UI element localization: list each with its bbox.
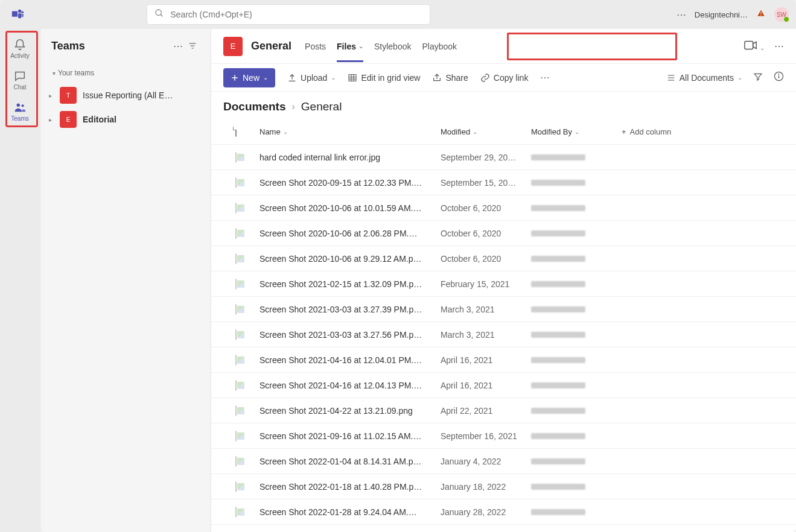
col-header-name[interactable]: Name⌄ (259, 127, 441, 136)
edit-grid-button[interactable]: Edit in grid view (348, 73, 420, 83)
breadcrumb-general: General (301, 100, 342, 113)
file-modified: October 6, 2020 (441, 229, 531, 238)
file-name[interactable]: Screen Shot 2020-10-06 at 10.01.59 AM.… (259, 203, 441, 213)
file-modified: April 16, 2021 (441, 381, 531, 390)
file-modified-by (531, 154, 622, 160)
image-file-icon (235, 481, 237, 492)
table-row[interactable]: hard coded internal link error.jpg Septe… (211, 145, 796, 170)
chevron-down-icon: ⌄ (358, 43, 363, 49)
channel-more-icon[interactable]: ⋯ (774, 40, 784, 52)
filter-icon[interactable] (185, 39, 200, 53)
svg-rect-13 (349, 74, 356, 81)
file-name[interactable]: Screen Shot 2021-02-15 at 1.32.09 PM.p… (259, 279, 441, 289)
topbar-more-icon[interactable]: ⋯ (677, 9, 686, 21)
your-teams-label[interactable]: ▾ Your teams (40, 63, 211, 83)
table-row[interactable]: Screen Shot 2022-01-04 at 8.14.31 AM.p… … (211, 449, 796, 474)
file-modified-by (531, 382, 622, 388)
meet-button[interactable]: ⌄ (744, 40, 765, 52)
svg-point-6 (21, 104, 24, 107)
org-name[interactable]: Designtechni… (695, 10, 748, 19)
breadcrumb-documents[interactable]: Documents (223, 100, 285, 113)
file-modified-by (531, 256, 622, 262)
nav-activity[interactable]: Activity (0, 33, 40, 64)
image-file-icon (235, 203, 237, 214)
table-row[interactable]: Screen Shot 2021-04-16 at 12.04.13 PM.… … (211, 373, 796, 398)
file-modified-by (531, 433, 622, 439)
file-modified: October 6, 2020 (441, 254, 531, 264)
file-name[interactable]: Screen Shot 2021-04-16 at 12.04.13 PM.… (259, 381, 441, 390)
file-name[interactable]: Screen Shot 2020-09-15 at 12.02.33 PM.… (259, 178, 441, 188)
search-input[interactable] (170, 10, 422, 19)
tab-playbook[interactable]: Playbook (422, 31, 457, 62)
nav-teams[interactable]: Teams (0, 95, 40, 127)
upload-button[interactable]: Upload ⌄ (287, 73, 336, 83)
table-row[interactable]: Screen Shot 2021-03-03 at 3.27.39 PM.p… … (211, 297, 796, 322)
breadcrumb: Documents › General (211, 92, 796, 119)
file-modified-by (531, 458, 622, 464)
file-name[interactable]: hard coded internal link error.jpg (259, 153, 441, 162)
file-type-header-icon[interactable] (235, 127, 237, 137)
team-item[interactable]: ▸ E Editorial (40, 107, 211, 131)
view-selector[interactable]: All Documents ⌄ (666, 73, 742, 83)
table-row[interactable]: Screen Shot 2020-10-06 at 9.29.12 AM.p… … (211, 246, 796, 271)
table-row[interactable]: Screen Shot 2021-03-03 at 3.27.56 PM.p… … (211, 322, 796, 347)
filter-icon[interactable] (753, 72, 763, 84)
file-name[interactable]: Screen Shot 2021-03-03 at 3.27.39 PM.p… (259, 305, 441, 314)
team-item[interactable]: ▸ T Issue Reporting (All E… (40, 83, 211, 107)
file-modified-by (531, 306, 622, 312)
main-content: E General PostsFiles⌄StylebookPlaybook ⌄… (211, 29, 796, 532)
file-modified-by (531, 180, 622, 186)
svg-point-3 (156, 10, 161, 15)
file-modified-by (531, 357, 622, 363)
col-header-modified-by[interactable]: Modified By⌄ (531, 127, 622, 136)
file-modified: September 16, 2021 (441, 431, 531, 441)
image-file-icon (235, 279, 237, 290)
table-row[interactable]: Screen Shot 2021-04-22 at 13.21.09.png A… (211, 398, 796, 423)
chevron-right-icon: › (291, 101, 295, 112)
new-button[interactable]: New ⌄ (223, 68, 275, 87)
file-name[interactable]: Screen Shot 2022-01-18 at 1.40.28 PM.p… (259, 482, 441, 492)
file-name[interactable]: Screen Shot 2020-10-06 at 9.29.12 AM.p… (259, 254, 441, 264)
user-avatar[interactable]: SW (774, 7, 789, 22)
table-row[interactable]: Screen Shot 2020-09-15 at 12.02.33 PM.… … (211, 170, 796, 195)
table-header-row: Name⌄ Modified⌄ Modified By⌄ +Add column (211, 119, 796, 145)
tab-stylebook[interactable]: Stylebook (374, 31, 411, 62)
file-modified-by (531, 484, 622, 490)
table-row[interactable]: Screen Shot 2021-04-16 at 12.04.01 PM.… … (211, 347, 796, 373)
nav-chat[interactable]: Chat (0, 64, 40, 95)
table-row[interactable]: Screen Shot 2020-10-06 at 10.01.59 AM.… … (211, 195, 796, 221)
teams-more-icon[interactable]: ⋯ (171, 39, 185, 53)
image-file-icon (235, 431, 237, 442)
file-modified: February 15, 2021 (441, 279, 531, 289)
copy-link-button[interactable]: Copy link (480, 73, 529, 83)
file-name[interactable]: Screen Shot 2021-09-16 at 11.02.15 AM.… (259, 431, 441, 441)
share-button[interactable]: Share (432, 73, 468, 83)
file-name[interactable]: Screen Shot 2021-04-16 at 12.04.01 PM.… (259, 355, 441, 365)
table-row[interactable]: Screen Shot 2021-02-15 at 1.32.09 PM.p… … (211, 271, 796, 297)
files-toolbar: New ⌄ Upload ⌄ Edit in grid view Share C… (211, 64, 796, 92)
file-modified: April 16, 2021 (441, 355, 531, 365)
file-name[interactable]: Screen Shot 2020-10-06 at 2.06.28 PM.… (259, 229, 441, 238)
caret-right-icon: ▸ (49, 116, 54, 123)
toolbar-more-icon[interactable]: ⋯ (540, 72, 550, 83)
file-modified: September 29, 20… (441, 153, 531, 162)
info-icon[interactable] (774, 71, 784, 84)
file-name[interactable]: Screen Shot 2022-01-04 at 8.14.31 AM.p… (259, 457, 441, 466)
table-row[interactable]: Screen Shot 2021-09-16 at 11.02.15 AM.… … (211, 423, 796, 449)
warning-icon[interactable] (756, 8, 766, 21)
tab-posts[interactable]: Posts (305, 31, 326, 62)
search-container[interactable] (147, 5, 430, 24)
col-header-modified[interactable]: Modified⌄ (441, 127, 531, 136)
svg-point-5 (17, 103, 21, 107)
table-row[interactable]: Screen Shot 2020-10-06 at 2.06.28 PM.… O… (211, 221, 796, 246)
file-name[interactable]: Screen Shot 2021-03-03 at 3.27.56 PM.p… (259, 330, 441, 340)
file-name[interactable]: Screen Shot 2022-01-28 at 9.24.04 AM.… (259, 507, 441, 517)
nav-activity-label: Activity (10, 52, 30, 59)
table-row[interactable]: Screen Shot 2022-01-18 at 1.40.28 PM.p… … (211, 474, 796, 499)
image-file-icon (235, 355, 237, 366)
table-row[interactable]: Screen Shot 2022-01-28 at 9.24.04 AM.… J… (211, 499, 796, 525)
tab-files[interactable]: Files⌄ (337, 31, 363, 62)
file-name[interactable]: Screen Shot 2021-04-22 at 13.21.09.png (259, 406, 441, 416)
file-modified: September 15, 20… (441, 178, 531, 188)
add-column-button[interactable]: +Add column (622, 127, 784, 136)
